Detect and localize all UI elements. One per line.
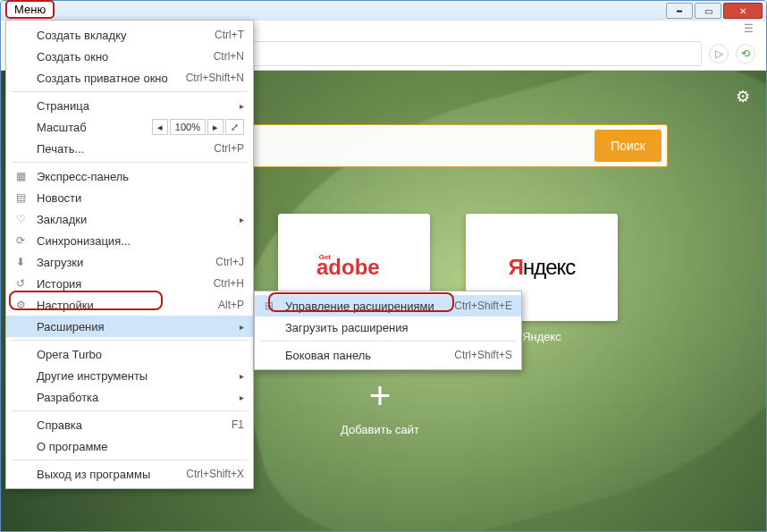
download-icon: ⬇ [13, 256, 28, 268]
menu-developer[interactable]: Разработка▸ [6, 386, 253, 408]
menu-zoom[interactable]: Масштаб ◂ 100% ▸ ⤢ [6, 116, 253, 138]
zoom-in[interactable]: ▸ [207, 119, 223, 135]
menu-exit[interactable]: Выход из программыCtrl+Shift+X [6, 463, 253, 485]
puzzle-icon: ⊞ [262, 300, 276, 312]
minimize-button[interactable]: ━ [666, 3, 693, 19]
menu-history[interactable]: ↺ИсторияCtrl+H [6, 273, 253, 294]
maximize-button[interactable]: ▭ [695, 3, 721, 19]
panel-toggle-icon[interactable]: ☰ [744, 22, 754, 35]
menu-page[interactable]: Страница▸ [6, 95, 253, 116]
menu-new-window[interactable]: Создать окноCtrl+N [6, 46, 253, 67]
gear-icon[interactable]: ⚙ [736, 87, 750, 106]
close-button[interactable]: ✕ [723, 3, 763, 19]
menu-separator [12, 410, 248, 411]
search-button[interactable]: Поиск [594, 130, 662, 162]
gear-icon: ⚙ [13, 299, 28, 311]
menu-news[interactable]: ▤Новости [6, 187, 253, 208]
zoom-value: 100% [170, 119, 206, 135]
menu-downloads[interactable]: ⬇ЗагрузкиCtrl+J [6, 251, 253, 273]
menu-settings[interactable]: ⚙НастройкиAlt+P [6, 294, 253, 316]
extensions-submenu: ⊞Управление расширениямиCtrl+Shift+E Заг… [254, 291, 522, 370]
add-tile[interactable]: + Добавить сайт [341, 375, 419, 436]
heart-icon: ♡ [13, 213, 28, 225]
menu-separator [260, 341, 516, 342]
menu-about[interactable]: О программе [6, 435, 253, 457]
sync-icon: ⟳ [13, 234, 28, 247]
news-icon: ▤ [13, 191, 28, 204]
submenu-load-extensions[interactable]: Загрузить расширения [255, 317, 521, 338]
refresh-icon[interactable]: ⟲ [736, 44, 755, 63]
submenu-sidebar[interactable]: Боковая панельCtrl+Shift+S [255, 344, 521, 366]
grid-icon: ▦ [13, 170, 28, 182]
menu-print[interactable]: Печать...Ctrl+P [6, 138, 253, 159]
menu-extensions[interactable]: Расширения▸ [6, 316, 253, 337]
zoom-out[interactable]: ◂ [152, 119, 168, 135]
menu-separator [12, 162, 248, 163]
menu-new-private[interactable]: Создать приватное окноCtrl+Shift+N [6, 67, 253, 89]
menu-bookmarks[interactable]: ♡Закладки▸ [6, 208, 253, 230]
zoom-fullscreen[interactable]: ⤢ [225, 119, 244, 135]
add-tile-label: Добавить сайт [341, 423, 419, 436]
combined-search-icon[interactable]: ▷ [709, 44, 729, 63]
adobe-logo: adobeGet [316, 255, 392, 280]
plus-icon: + [341, 375, 419, 418]
submenu-manage-extensions[interactable]: ⊞Управление расширениямиCtrl+Shift+E [255, 295, 521, 317]
menu-separator [12, 91, 248, 92]
menu-separator [12, 460, 248, 460]
menu-separator [12, 340, 248, 341]
menu-speed-dial[interactable]: ▦Экспресс-панель [6, 165, 253, 187]
main-menu: Создать вкладкуCtrl+T Создать окноCtrl+N… [5, 20, 254, 489]
zoom-control[interactable]: ◂ 100% ▸ ⤢ [152, 119, 244, 135]
menu-button[interactable]: Меню [5, 0, 55, 19]
menu-sync[interactable]: ⟳Синхронизация... [6, 230, 253, 251]
titlebar: ━ ▭ ✕ [1, 1, 766, 21]
menu-opera-turbo[interactable]: Opera Turbo [6, 343, 253, 365]
menu-new-tab[interactable]: Создать вкладкуCtrl+T [6, 24, 253, 46]
menu-help[interactable]: СправкаF1 [6, 414, 253, 435]
menu-tools[interactable]: Другие инструменты▸ [6, 365, 253, 386]
history-icon: ↺ [13, 277, 28, 290]
yandex-logo: Яндекс [509, 255, 576, 280]
